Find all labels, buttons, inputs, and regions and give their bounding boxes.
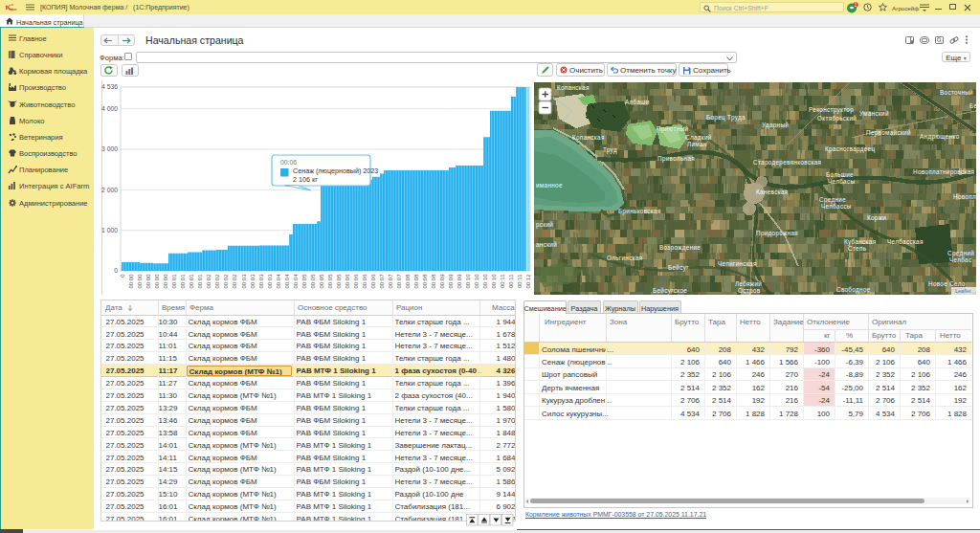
- svg-text:иманное: иманное: [536, 182, 563, 189]
- svg-text:00:06: 00:06: [280, 159, 297, 166]
- svg-text:00:06: 00:06: [362, 274, 368, 289]
- svg-text:Leaflet: Leaflet: [955, 288, 971, 294]
- svg-text:Каневская: Каневская: [756, 189, 789, 195]
- svg-text:00:04: 00:04: [293, 274, 299, 289]
- svg-text:Лиман: Лиман: [687, 141, 707, 147]
- svg-text:Приютный: Приютный: [657, 125, 688, 133]
- svg-text:4 536: 4 536: [101, 83, 118, 90]
- svg-text:Бриньковская: Бриньковская: [618, 208, 661, 215]
- svg-text:Ударный: Ударный: [762, 122, 789, 129]
- svg-text:Большие: Большие: [826, 171, 854, 178]
- svg-text:Стародеревянковская: Стародеревянковская: [753, 159, 821, 167]
- svg-text:2 106 кг: 2 106 кг: [293, 175, 318, 184]
- svg-text:00:00: 00:00: [154, 274, 160, 289]
- svg-text:Чепигинская: Чепигинская: [718, 260, 757, 267]
- svg-text:3 000: 3 000: [101, 145, 118, 152]
- svg-text:Лебяжий: Лебяжий: [735, 280, 762, 287]
- svg-text:00:09: 00:09: [457, 274, 462, 289]
- svg-text:Челбасы: Челбасы: [828, 178, 855, 185]
- svg-text:00:08: 00:08: [405, 274, 411, 289]
- svg-text:00:10: 00:10: [491, 274, 497, 289]
- svg-text:00:06: 00:06: [370, 274, 376, 289]
- svg-text:анский: анский: [536, 241, 557, 248]
- svg-text:Придорожная: Придорожная: [756, 230, 798, 237]
- svg-text:4 000: 4 000: [101, 105, 118, 112]
- svg-text:00:01: 00:01: [197, 274, 203, 289]
- svg-text:00:02: 00:02: [232, 274, 237, 289]
- svg-text:Ольгинская: Ольгинская: [607, 255, 643, 261]
- svg-text:00:08: 00:08: [422, 274, 428, 289]
- svg-text:00:01: 00:01: [189, 274, 194, 289]
- svg-text:00:01: 00:01: [180, 274, 186, 289]
- svg-text:00:09: 00:09: [448, 274, 454, 289]
- svg-text:00:06: 00:06: [345, 274, 350, 289]
- svg-text:00:11: 00:11: [500, 274, 505, 288]
- svg-text:00:05: 00:05: [310, 274, 316, 289]
- svg-text:Красногвардеец: Красногвардеец: [825, 145, 875, 153]
- svg-text:Возрождение: Возрождение: [659, 244, 701, 252]
- svg-text:00:07: 00:07: [388, 274, 393, 289]
- svg-text:Остров: Остров: [738, 287, 761, 295]
- svg-text:Реконструктор: Реконструктор: [809, 106, 854, 114]
- svg-text:00:02: 00:02: [214, 274, 220, 289]
- svg-text:00:03: 00:03: [250, 274, 256, 289]
- svg-text:00:04: 00:04: [276, 274, 281, 289]
- svg-text:Новоплатнировская: Новоплатнировская: [913, 168, 974, 176]
- svg-text:00:05: 00:05: [301, 274, 307, 289]
- svg-text:Первомайский: Первомайский: [866, 129, 911, 137]
- svg-text:Копанская: Копанская: [557, 84, 590, 91]
- svg-text:00:03: 00:03: [241, 274, 247, 289]
- svg-text:00:07: 00:07: [379, 274, 385, 289]
- svg-text:Новопл: Новопл: [953, 193, 976, 200]
- svg-text:Сенаж (люцерновый) 2023: Сенаж (люцерновый) 2023: [293, 167, 378, 175]
- svg-text:Восточный: Восточный: [940, 89, 973, 96]
- svg-text:Борец Труда: Борец Труда: [706, 114, 746, 122]
- svg-text:Степь: Степь: [848, 245, 867, 252]
- svg-text:00:11: 00:11: [517, 274, 523, 288]
- svg-text:Привольная: Привольная: [657, 155, 695, 163]
- svg-text:Челбассы: Челбассы: [821, 203, 852, 210]
- svg-text:00:04: 00:04: [284, 274, 290, 289]
- svg-text:00:03: 00:03: [258, 274, 264, 289]
- svg-text:2 000: 2 000: [101, 187, 118, 193]
- svg-text:00:00: 00:00: [128, 274, 134, 289]
- svg-text:00:00: 00:00: [145, 274, 151, 289]
- svg-text:Октябрьский: Октябрьский: [817, 115, 857, 122]
- svg-text:00:01: 00:01: [171, 274, 177, 289]
- svg-text:Свободное: Свободное: [836, 286, 871, 294]
- svg-text:00:05: 00:05: [319, 274, 324, 289]
- svg-text:Челбас: Челбас: [949, 256, 971, 263]
- svg-text:1 000: 1 000: [101, 227, 118, 233]
- svg-text:00:00: 00:00: [137, 274, 143, 289]
- svg-text:Уманский: Уманский: [859, 110, 889, 117]
- svg-text:рский: рский: [536, 221, 553, 229]
- svg-text:00:03: 00:03: [267, 274, 273, 289]
- svg-text:00:07: 00:07: [396, 274, 402, 289]
- svg-text:00:02: 00:02: [223, 274, 229, 289]
- svg-text:00:05: 00:05: [336, 274, 342, 289]
- svg-text:0: 0: [114, 267, 118, 274]
- svg-text:00:08: 00:08: [431, 274, 436, 289]
- svg-text:Коржи: Коржи: [867, 214, 886, 222]
- svg-text:Труд: Труд: [603, 146, 617, 154]
- svg-text:00:10: 00:10: [474, 274, 479, 289]
- svg-text:00:09: 00:09: [439, 274, 445, 289]
- svg-text:00:00: 00:00: [163, 274, 168, 289]
- svg-text:00:10: 00:10: [482, 274, 488, 289]
- svg-text:Бейсуг: Бейсуг: [668, 264, 689, 272]
- svg-text:Копанская: Копанская: [572, 134, 605, 141]
- svg-text:Бел: Бел: [969, 102, 976, 109]
- svg-text:00:10: 00:10: [465, 274, 471, 289]
- svg-text:00:08: 00:08: [413, 274, 419, 289]
- svg-text:Челбасская: Челбасская: [887, 238, 924, 245]
- svg-text:00:12: 00:12: [525, 274, 531, 289]
- svg-text:Новое Село: Новое Село: [928, 280, 966, 287]
- svg-text:Бейсугское: Бейсугское: [653, 287, 687, 295]
- svg-text:00:11: 00:11: [508, 274, 514, 288]
- svg-text:00:05: 00:05: [327, 274, 333, 289]
- svg-text:00:02: 00:02: [206, 274, 212, 289]
- svg-text:Албаши: Албаши: [625, 99, 650, 105]
- svg-text:0: 0: [120, 274, 125, 278]
- svg-text:Андрющенко: Андрющенко: [920, 133, 960, 141]
- svg-text:00:06: 00:06: [353, 274, 359, 289]
